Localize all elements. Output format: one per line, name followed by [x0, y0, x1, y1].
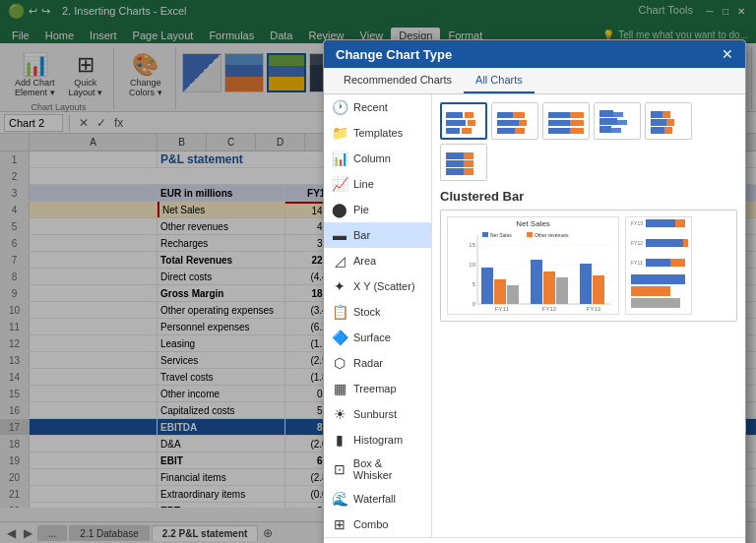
preview-chart-svg: 0 5 10 15	[448, 230, 615, 314]
modal-body: 🕐 Recent 📁 Templates 📊 Column 📈 Line	[324, 94, 745, 537]
svg-rect-66	[683, 239, 688, 247]
svg-rect-45	[481, 268, 493, 304]
chart-type-area[interactable]: ◿ Area	[324, 248, 431, 273]
svg-rect-4	[468, 120, 475, 126]
stock-icon: 📋	[332, 304, 347, 320]
svg-text:FY12: FY12	[631, 240, 643, 246]
chart-subtype-panel: Clustered Bar Net Sales	[432, 94, 745, 537]
svg-rect-18	[599, 126, 611, 133]
chart-type-waterfall[interactable]: 🌊 Waterfall	[324, 486, 431, 512]
sunburst-icon: ☀	[332, 406, 347, 422]
surface-icon: 🔷	[332, 330, 347, 345]
svg-rect-50	[556, 277, 568, 304]
svg-rect-10	[497, 112, 513, 118]
preview-main-chart: Net Sales 0	[447, 216, 619, 315]
change-chart-type-modal: Change Chart Type ✕ Recommended Charts A…	[323, 39, 746, 543]
chart-type-combo[interactable]: ⊞ Combo	[324, 512, 431, 537]
subtype-3d-stacked-bar[interactable]	[645, 102, 692, 140]
svg-text:5: 5	[472, 281, 476, 287]
svg-rect-25	[664, 127, 672, 134]
combo-icon: ⊞	[332, 516, 347, 532]
chart-subtype-grid	[440, 102, 737, 181]
svg-rect-56	[482, 232, 488, 237]
svg-rect-2	[446, 112, 463, 118]
svg-text:10: 10	[469, 262, 475, 268]
svg-rect-48	[531, 260, 542, 304]
svg-rect-58	[527, 232, 533, 237]
svg-rect-9	[519, 120, 527, 126]
svg-text:15: 15	[469, 242, 475, 248]
subtype-clustered-bar[interactable]	[440, 102, 487, 140]
subtype-3d-100pct-bar[interactable]	[440, 144, 487, 181]
svg-rect-34	[446, 152, 464, 159]
svg-rect-49	[543, 272, 555, 304]
svg-rect-22	[599, 110, 613, 117]
svg-rect-29	[662, 111, 670, 118]
svg-rect-65	[646, 239, 683, 247]
chart-type-treemap[interactable]: ▦ Treemap	[324, 376, 431, 401]
subtype-stacked-bar[interactable]	[491, 102, 538, 140]
svg-rect-63	[646, 219, 675, 227]
tab-recommended-charts[interactable]: Recommended Charts	[332, 68, 464, 93]
chart-type-list: 🕐 Recent 📁 Templates 📊 Column 📈 Line	[324, 94, 432, 537]
preview-alt-svg: FY13 FY12 FY11	[626, 217, 690, 311]
svg-rect-12	[548, 128, 570, 134]
svg-rect-1	[446, 120, 466, 126]
modal-title: Change Chart Type	[336, 47, 452, 62]
templates-icon: 📁	[332, 125, 347, 141]
chart-type-box-whisker[interactable]: ⊡ Box & Whisker	[324, 452, 431, 486]
box-whisker-icon: ⊡	[332, 461, 347, 477]
scatter-icon: ✦	[332, 278, 347, 294]
chart-type-recent[interactable]: 🕐 Recent	[324, 94, 431, 120]
chart-type-line[interactable]: 📈 Line	[324, 171, 431, 197]
chart-type-scatter[interactable]: ✦ X Y (Scatter)	[324, 273, 431, 299]
svg-rect-32	[446, 160, 464, 167]
chart-type-radar[interactable]: ⬡ Radar	[324, 350, 431, 376]
chart-type-stock[interactable]: 📋 Stock	[324, 299, 431, 325]
selected-chart-name: Clustered Bar	[440, 189, 737, 204]
svg-rect-64	[675, 219, 685, 227]
svg-rect-31	[464, 168, 473, 175]
svg-rect-8	[497, 120, 519, 126]
radar-icon: ⬡	[332, 355, 347, 371]
svg-rect-70	[631, 286, 670, 296]
svg-rect-17	[570, 112, 584, 118]
svg-text:FY12: FY12	[542, 306, 557, 312]
svg-rect-3	[462, 128, 472, 134]
subtype-100pct-stacked-bar[interactable]	[542, 102, 590, 140]
chart-type-pie[interactable]: ⬤ Pie	[324, 197, 431, 222]
chart-type-histogram[interactable]: ▮ Histogram	[324, 427, 431, 452]
svg-rect-52	[593, 275, 604, 304]
preview-alt-chart: FY13 FY12 FY11	[625, 216, 692, 315]
svg-rect-0	[446, 128, 460, 134]
svg-text:FY11: FY11	[495, 306, 510, 312]
svg-rect-71	[631, 298, 680, 308]
column-icon: 📊	[332, 151, 347, 166]
preview-chart-title: Net Sales	[448, 217, 618, 230]
svg-rect-33	[464, 160, 473, 167]
svg-rect-35	[464, 152, 473, 159]
svg-text:Other revenues: Other revenues	[535, 232, 569, 238]
line-icon: 📈	[332, 176, 347, 192]
chart-type-column[interactable]: 📊 Column	[324, 146, 431, 171]
tab-all-charts[interactable]: All Charts	[464, 68, 535, 93]
svg-text:0: 0	[472, 301, 476, 307]
chart-preview: Net Sales 0	[440, 210, 737, 322]
chart-type-surface[interactable]: 🔷 Surface	[324, 325, 431, 350]
svg-rect-20	[599, 118, 617, 125]
modal-footer: OK	[324, 537, 745, 543]
chart-type-bar[interactable]: ▬ Bar	[324, 222, 431, 248]
chart-type-sunburst[interactable]: ☀ Sunburst	[324, 401, 431, 427]
subtype-3d-clustered-bar[interactable]	[594, 102, 641, 140]
svg-rect-11	[513, 112, 525, 118]
modal-close-button[interactable]: ✕	[722, 46, 733, 62]
svg-rect-27	[666, 119, 674, 126]
area-icon: ◿	[332, 253, 347, 269]
svg-rect-46	[494, 279, 506, 304]
svg-rect-69	[631, 274, 685, 284]
treemap-icon: ▦	[332, 381, 347, 396]
modal-tab-bar: Recommended Charts All Charts	[324, 68, 745, 94]
svg-rect-7	[515, 128, 525, 134]
svg-text:FY11: FY11	[631, 260, 643, 266]
chart-type-templates[interactable]: 📁 Templates	[324, 120, 431, 146]
